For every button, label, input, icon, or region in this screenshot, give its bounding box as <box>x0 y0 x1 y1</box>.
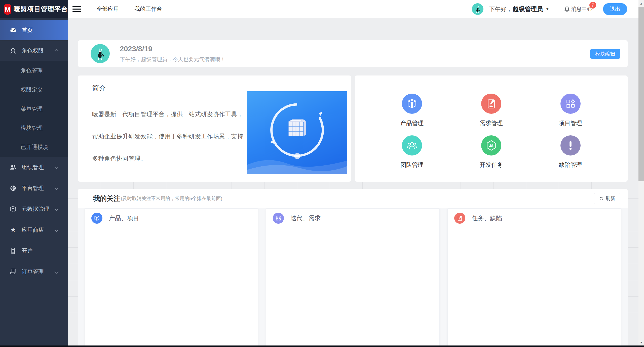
refresh-button[interactable]: 刷新 <box>594 193 620 204</box>
focus-card-title: 任务、缺陷 <box>472 214 502 222</box>
module-label: 需求管理 <box>480 119 503 127</box>
message-center-link[interactable]: 消息中心 7 <box>564 6 592 13</box>
hamburger-menu-icon[interactable] <box>72 6 81 12</box>
user-menu-trigger[interactable]: 下午好， 超级管理员 <box>489 5 549 13</box>
brand-title: 唛盟项目管理平台 <box>14 5 68 14</box>
dashboard-icon <box>9 26 17 34</box>
scroll-down-arrow-icon[interactable] <box>638 339 644 346</box>
grid-icon <box>273 213 284 224</box>
my-focus-header: 我的关注 (及时取消关注不常用的，常用的5个排在最前面) 刷新 <box>78 189 628 208</box>
focus-card-header: 产品、项目 <box>85 209 258 228</box>
sidebar-subitem-permission-define[interactable]: 权限定义 <box>0 80 68 99</box>
module-label: 缺陷管理 <box>559 161 582 169</box>
module-defect-management[interactable]: 缺陷管理 <box>531 131 610 173</box>
module-requirement-management[interactable]: 需求管理 <box>452 89 531 131</box>
account-icon <box>9 247 17 255</box>
module-dev-tasks[interactable]: JS 开发任务 <box>452 131 531 173</box>
refresh-icon <box>599 197 603 201</box>
intro-text: 唛盟是新一代项目管理平台，提供一站式研发协作工具，帮助企业提升研发效能，使用于多… <box>92 103 243 170</box>
module-label: 开发任务 <box>480 161 503 169</box>
welcome-date: 2023/8/19 <box>120 45 152 53</box>
sidebar-subitem-menu-manage[interactable]: 菜单管理 <box>0 99 68 119</box>
focus-card-task-defect: 任务、缺陷 <box>447 208 621 347</box>
module-team-management[interactable]: 团队管理 <box>372 131 452 173</box>
chevron-down-icon <box>55 228 59 232</box>
sidebar-item-label: 元数据管理 <box>22 205 49 213</box>
cube-icon <box>402 94 422 114</box>
sidebar-item-metadata[interactable]: 元数据管理 <box>0 199 68 219</box>
sidebar-item-home[interactable]: 首页 <box>0 20 68 40</box>
focus-card-title: 迭代、需求 <box>290 214 321 222</box>
chevron-down-icon <box>55 165 59 169</box>
platform-icon <box>9 184 17 192</box>
sidebar-subitem-role-manage[interactable]: 角色管理 <box>0 61 68 80</box>
vertical-scrollbar[interactable] <box>638 0 644 347</box>
username: 超级管理员 <box>513 5 543 13</box>
chevron-up-icon <box>55 49 59 53</box>
brand-logo-icon: M <box>4 4 11 15</box>
focus-card-header: 迭代、需求 <box>266 209 439 228</box>
bell-icon <box>564 6 570 12</box>
sidebar-item-open-account[interactable]: 开户 <box>0 240 68 261</box>
sidebar-item-label: 首页 <box>22 26 33 34</box>
modules-card: 产品管理 需求管理 <box>355 75 628 182</box>
focus-card-iteration-requirement: 迭代、需求 <box>266 208 440 347</box>
nodejs-icon: JS <box>481 135 501 156</box>
my-focus-body: 产品、项目 迭代、需求 <box>78 208 628 347</box>
sidebar-item-label: 开户 <box>22 247 33 255</box>
sidebar-item-platform[interactable]: 平台管理 <box>0 178 68 199</box>
welcome-message: 下午好，超级管理员，今天也要元气满满哦！ <box>120 56 225 63</box>
sidebar-item-label: 组织管理 <box>22 164 44 171</box>
sidebar-subitem-opened-modules[interactable]: 已开通模块 <box>0 138 68 157</box>
tab-my-workbench[interactable]: 我的工作台 <box>134 5 162 13</box>
sidebar-item-appstore[interactable]: 应用商店 <box>0 219 68 240</box>
role-icon <box>9 47 17 55</box>
focus-card-product-project: 产品、项目 <box>85 208 258 347</box>
sidebar-nav: 首页 角色权限 角色管理 权限定义 菜单管理 模块管理 已开通模块 <box>0 18 68 347</box>
my-focus-note: (及时取消关注不常用的，常用的5个排在最前面) <box>121 195 222 202</box>
sidebar-item-label: 应用商店 <box>22 226 44 234</box>
greeting-text: 下午好， <box>489 5 512 13</box>
sidebar-item-label: 平台管理 <box>22 184 44 192</box>
message-center-label: 消息中心 <box>571 6 592 13</box>
module-product-management[interactable]: 产品管理 <box>372 89 452 131</box>
chevron-down-icon <box>55 207 59 211</box>
focus-card-header: 任务、缺陷 <box>448 209 621 228</box>
sidebar-item-role-permission[interactable]: 角色权限 <box>0 40 68 61</box>
welcome-avatar <box>91 44 110 63</box>
intro-illustration <box>247 91 347 174</box>
cube-icon <box>91 213 102 224</box>
intro-title: 简介 <box>92 84 106 93</box>
exclamation-icon <box>560 135 581 156</box>
metadata-icon <box>9 205 17 213</box>
app-window: M 唛盟项目管理平台 全部应用 我的工作台 下午好， 超级管理员 <box>0 0 644 347</box>
tab-all-apps[interactable]: 全部应用 <box>97 5 119 13</box>
user-avatar[interactable] <box>472 3 483 15</box>
top-header: 全部应用 我的工作台 下午好， 超级管理员 <box>68 0 638 18</box>
scrollbar-thumb[interactable] <box>638 7 644 181</box>
module-edit-button[interactable]: 模块编辑 <box>590 49 620 59</box>
order-icon <box>9 268 17 276</box>
sidebar-subitem-module-manage[interactable]: 模块管理 <box>0 119 68 138</box>
logout-button[interactable]: 退出 <box>603 3 627 15</box>
module-label: 产品管理 <box>400 119 424 127</box>
module-project-management[interactable]: 项目管理 <box>531 89 610 131</box>
module-label: 团队管理 <box>400 161 424 169</box>
my-focus-title: 我的关注 <box>93 194 120 203</box>
scroll-up-arrow-icon[interactable] <box>638 0 644 7</box>
sidebar-item-label: 订单管理 <box>22 268 44 276</box>
sidebar-item-organization[interactable]: 组织管理 <box>0 157 68 178</box>
svg-text:JS: JS <box>489 143 494 147</box>
sidebar-item-label: 角色权限 <box>22 47 44 55</box>
my-focus-panel: 我的关注 (及时取消关注不常用的，常用的5个排在最前面) 刷新 <box>78 189 628 347</box>
chevron-down-icon <box>55 186 59 190</box>
sidebar-item-orders[interactable]: 订单管理 <box>0 261 68 282</box>
grid-icon <box>560 94 581 114</box>
brand-area: M 唛盟项目管理平台 <box>0 0 68 18</box>
bottom-edge-strip <box>0 345 644 347</box>
focus-card-title: 产品、项目 <box>109 214 139 222</box>
org-icon <box>9 163 17 171</box>
sidebar-submenu-role: 角色管理 权限定义 菜单管理 模块管理 已开通模块 <box>0 61 68 157</box>
welcome-card: 2023/8/19 下午好，超级管理员，今天也要元气满满哦！ 模块编辑 <box>78 40 628 67</box>
wave-graphic <box>247 151 347 174</box>
